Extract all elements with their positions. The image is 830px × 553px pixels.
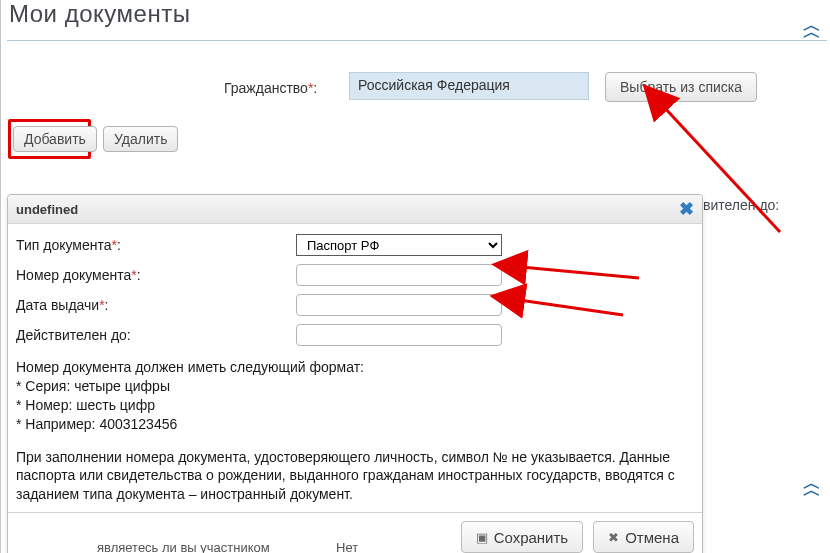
collapse-icon-bottom[interactable]: ︿︿	[803, 480, 819, 494]
cancel-button[interactable]: ✖ Отмена	[593, 521, 694, 553]
dialog-title: undefined	[16, 202, 78, 217]
add-button[interactable]: Добавить	[13, 126, 97, 152]
close-icon[interactable]: ✖	[679, 200, 694, 218]
format-hint: Номер документа должен иметь следующий ф…	[16, 358, 694, 434]
valid-until-input[interactable]	[296, 324, 502, 346]
page-title: Мои документы	[9, 0, 190, 28]
delete-button[interactable]: Удалить	[103, 126, 178, 152]
bottom-fragment-label: являетесь ли вы участником	[97, 540, 270, 553]
save-icon: ▣	[476, 530, 488, 545]
document-dialog: undefined ✖ Тип документа*: Паспорт РФ Н…	[7, 194, 703, 553]
doc-type-select[interactable]: Паспорт РФ	[296, 234, 502, 256]
citizenship-value: Российская Федерация	[349, 72, 589, 100]
valid-until-label: Действителен до:	[16, 327, 296, 343]
doc-type-label: Тип документа*:	[16, 237, 296, 253]
dialog-header: undefined ✖	[8, 195, 702, 224]
choose-from-list-button[interactable]: Выбрать из списка	[605, 72, 757, 102]
doc-number-label: Номер документа*:	[16, 267, 296, 283]
save-button[interactable]: ▣ Сохранить	[461, 521, 584, 553]
issue-date-label: Дата выдачи*:	[16, 297, 296, 313]
issue-date-input[interactable]	[296, 294, 502, 316]
doc-number-input[interactable]	[296, 264, 502, 286]
bottom-fragment-value: Нет	[336, 540, 358, 553]
background-valid-until-label: вителен до:	[703, 197, 779, 213]
cancel-icon: ✖	[608, 530, 619, 545]
citizenship-label: Гражданство*:	[224, 80, 317, 96]
collapse-icon[interactable]: ︿︿	[803, 22, 819, 36]
note-text: При заполнении номера документа, удостов…	[16, 448, 694, 505]
divider	[7, 40, 827, 41]
